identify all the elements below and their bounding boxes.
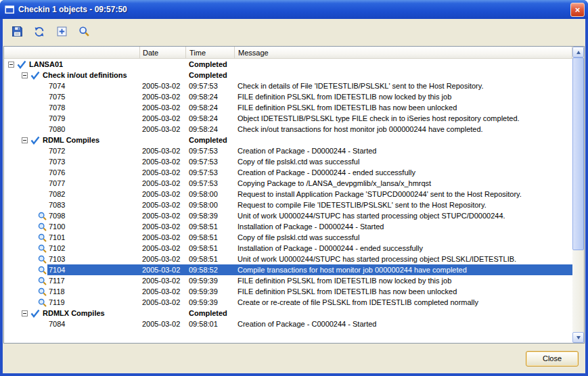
titlebar[interactable]: Checkin 1 objects - 09:57:50 × — [0, 0, 588, 19]
group-status: Completed — [185, 71, 234, 79]
row-id: 7073 — [49, 158, 65, 166]
row-id: 7104 — [49, 266, 65, 274]
save-button[interactable] — [8, 24, 26, 41]
table-group-row[interactable]: Check in/out definitions Completed — [4, 70, 572, 80]
table-group-row[interactable]: RDML Compiles Completed — [4, 135, 572, 145]
cell-date: 2005-03-02 — [139, 201, 185, 209]
magnifier-icon — [38, 233, 47, 242]
cell-date: 2005-03-02 — [139, 158, 185, 166]
table-row[interactable]: 7076 2005-03-02 09:57:53 Creation of Pac… — [4, 167, 572, 178]
window-icon[interactable] — [5, 5, 15, 14]
cell-time: 09:59:39 — [185, 277, 234, 285]
row-id: 7079 — [49, 114, 65, 122]
tree-collapse-toggle[interactable] — [22, 310, 28, 316]
table-row[interactable]: 7075 2005-03-02 09:58:24 FILE definition… — [4, 91, 572, 102]
vertical-scrollbar[interactable] — [572, 47, 584, 343]
expand-all-button[interactable] — [53, 24, 70, 41]
cell-time: 09:58:24 — [185, 93, 234, 101]
table-row[interactable]: 7118 2005-03-02 09:59:39 FILE definition… — [4, 286, 572, 297]
header-time-column[interactable]: Time — [185, 47, 234, 58]
magnifier-icon — [38, 298, 47, 307]
refresh-button[interactable] — [30, 24, 48, 41]
scroll-up-button[interactable] — [572, 47, 584, 57]
check-icon — [30, 71, 40, 80]
table-row[interactable]: 7073 2005-03-02 09:57:53 Copy of file ps… — [4, 156, 572, 167]
cell-message: Request to install Application Package '… — [234, 190, 572, 198]
table-row[interactable]: 7101 2005-03-02 09:58:51 Copy of file ps… — [4, 232, 572, 243]
cell-message: Copying Package to /LANSA_devpgmlib/x_la… — [234, 179, 572, 187]
cell-time: 09:58:24 — [185, 114, 234, 122]
cell-message: Installation of Package - D0000244 - end… — [234, 244, 572, 252]
table-row[interactable]: 7072 2005-03-02 09:57:53 Creation of Pac… — [4, 145, 572, 156]
table-row[interactable]: 7117 2005-03-02 09:59:39 FILE definition… — [4, 275, 572, 286]
magnifier-icon — [38, 266, 47, 275]
table-group-row[interactable]: LANSA01 Completed — [4, 59, 572, 70]
table-row[interactable]: 7098 2005-03-02 09:58:39 Unit of work U0… — [4, 210, 572, 221]
header-date-column[interactable]: Date — [139, 47, 185, 58]
check-icon — [17, 60, 26, 69]
cell-message: Copy of file pslskl.ctd was successful — [234, 158, 572, 166]
table-row[interactable]: 7078 2005-03-02 09:58:24 FILE definition… — [4, 102, 572, 113]
list-header: Date Time Message — [4, 47, 572, 59]
row-id: 7076 — [49, 168, 65, 177]
row-id: 7080 — [49, 125, 65, 133]
scrollbar-track[interactable] — [572, 57, 584, 332]
row-id: 7098 — [49, 212, 65, 220]
cell-message: Unit of work U0000244/STUPC has started … — [234, 255, 572, 263]
table-group-row[interactable]: RDMLX Compiles Completed — [4, 308, 572, 319]
row-id: 7102 — [49, 244, 65, 252]
arrow-up-icon — [576, 51, 581, 54]
cell-date: 2005-03-02 — [139, 244, 185, 252]
refresh-icon — [33, 26, 45, 39]
header-message-column[interactable]: Message — [234, 47, 572, 58]
cell-date: 2005-03-02 — [139, 255, 185, 263]
cell-message: Copy of file pslskl.ctd was successful — [234, 233, 572, 241]
table-row[interactable]: 7082 2005-03-02 09:58:00 Request to inst… — [4, 189, 572, 199]
table-row[interactable]: 7103 2005-03-02 09:58:51 Unit of work U0… — [4, 254, 572, 264]
cell-time: 09:57:53 — [185, 179, 234, 187]
row-id: 7072 — [49, 147, 65, 155]
tree-collapse-toggle[interactable] — [22, 137, 28, 143]
cell-date: 2005-03-02 — [139, 320, 185, 328]
table-row[interactable]: 7077 2005-03-02 09:57:53 Copying Package… — [4, 178, 572, 189]
table-row[interactable]: 7079 2005-03-02 09:58:24 Object IDETESTL… — [4, 113, 572, 124]
toolbar — [3, 19, 585, 46]
table-row[interactable]: 7083 2005-03-02 09:58:00 Request to comp… — [4, 199, 572, 210]
tree-collapse-toggle[interactable] — [22, 72, 28, 78]
cell-date: 2005-03-02 — [139, 277, 185, 285]
cell-time: 09:58:01 — [185, 320, 234, 328]
tree-collapse-toggle[interactable] — [8, 62, 14, 68]
row-id: 7119 — [49, 298, 65, 306]
table-row[interactable]: 7100 2005-03-02 09:58:51 Installation of… — [4, 221, 572, 232]
cell-time: 09:58:51 — [185, 244, 234, 252]
close-icon: × — [575, 5, 581, 14]
cell-time: 09:58:24 — [185, 125, 234, 133]
header-tree-column[interactable] — [4, 47, 139, 58]
table-row[interactable]: 7074 2005-03-02 09:57:53 Check in detail… — [4, 80, 572, 91]
row-id: 7117 — [49, 277, 65, 285]
cell-time: 09:57:53 — [185, 158, 234, 166]
table-row[interactable]: 7102 2005-03-02 09:58:51 Installation of… — [4, 243, 572, 254]
find-button[interactable] — [75, 24, 93, 41]
table-row[interactable]: 7119 2005-03-02 09:59:39 Create or re-cr… — [4, 297, 572, 308]
cell-time: 09:59:39 — [185, 298, 234, 306]
cell-date: 2005-03-02 — [139, 168, 185, 177]
row-id: 7100 — [49, 222, 65, 231]
magnifier-icon — [38, 244, 47, 253]
footer: Close — [3, 344, 585, 373]
save-icon — [12, 26, 23, 39]
close-button[interactable]: Close — [526, 351, 579, 367]
scrollbar-thumb[interactable] — [572, 57, 584, 250]
cell-date: 2005-03-02 — [139, 82, 185, 90]
cell-time: 09:57:53 — [185, 168, 234, 177]
cell-date: 2005-03-02 — [139, 190, 185, 198]
table-row[interactable]: 7084 2005-03-02 09:58:01 Creation of Pac… — [4, 319, 572, 329]
table-row[interactable]: 7104 2005-03-02 09:58:52 Compile transac… — [4, 264, 572, 275]
cell-time: 09:57:53 — [185, 82, 234, 90]
cell-date: 2005-03-02 — [139, 212, 185, 220]
scroll-down-button[interactable] — [572, 332, 584, 343]
row-id: 7074 — [49, 82, 65, 90]
row-id: 7084 — [49, 320, 65, 328]
close-window-button[interactable]: × — [570, 3, 585, 17]
table-row[interactable]: 7080 2005-03-02 09:58:24 Check in/out tr… — [4, 124, 572, 135]
